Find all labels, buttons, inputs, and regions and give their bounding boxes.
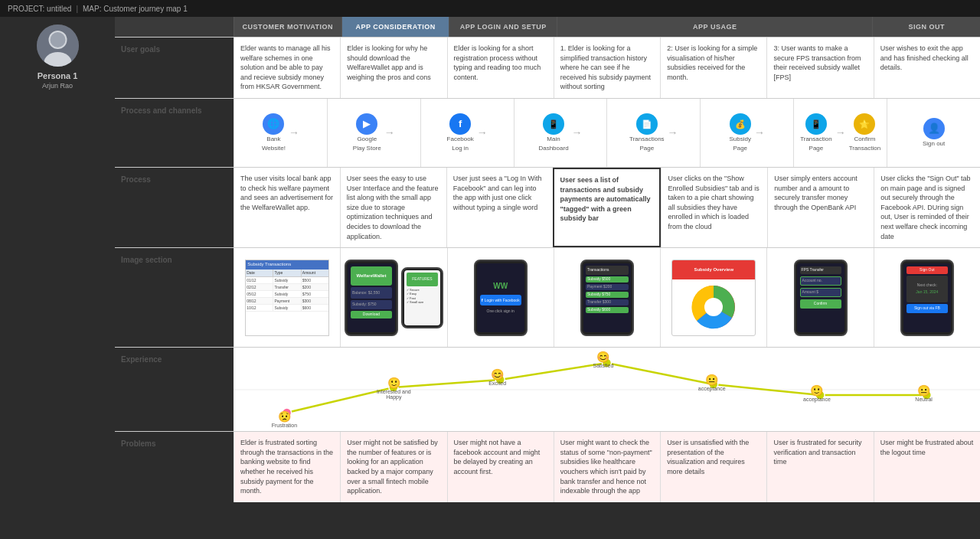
channel-cell-3: f FacebookLog in → (420, 99, 514, 167)
phone-wallet-2: FEATURES ✓ Secure✓ Easy✓ Fast✓ Small siz… (401, 267, 443, 328)
image-cell-2: WelfareWallet Balance: $2,550 Subsidy: $… (340, 248, 446, 347)
cell-ug-4: 1. Elder is looking for a simplified tra… (554, 38, 660, 98)
svg-point-7 (283, 408, 292, 417)
dashboard-icon: 📱 (543, 113, 564, 135)
process-cell-2: User sees the easy to use User Interface… (340, 168, 446, 247)
cell-ug-1: Elder wants to manage all his welfare sc… (234, 38, 340, 98)
svg-point-12 (815, 390, 825, 400)
problems-label: Problems (115, 432, 234, 502)
cell-ug-5: 2: User is looking for a simple visualis… (660, 38, 766, 98)
play-store-icon: ▶ (356, 113, 377, 135)
channel-cell-7: 📱 TransactionPage → ⭐ ConfirmTransaction (793, 99, 887, 167)
image-cell-5: Subsidy Overview (660, 248, 766, 347)
image-cell-3: WW f Login with Facebook One click sign … (447, 248, 554, 347)
image-cell-7: Sign Out Next check: Jan 15, 2024 Sign o… (874, 248, 980, 347)
image-cells: Subsidy Transactions Date Type Amount 01… (234, 248, 980, 347)
process-cell-5: User clicks on the "Show Enrolled Subsid… (661, 168, 767, 247)
main-content[interactable]: CUSTOMER MOTIVATION APP CONSIDERATION AP… (115, 17, 980, 539)
arrow-2: → (384, 126, 395, 141)
channel-cell-4: 📱 MainDashboard → (514, 99, 607, 167)
svg-point-9 (495, 375, 505, 384)
channel-cell-6: 💰 SubsidyPage → (700, 99, 793, 167)
transactions-icon: 📄 (636, 113, 658, 135)
phone-transfer: FPS Transfer Account no. Amount $ Confir… (794, 260, 848, 336)
problem-cell-7: User might be frustrated about the logou… (874, 432, 980, 502)
channel-cell-9: 👤 Sign out (887, 99, 980, 167)
cell-ug-2: Elder is looking for why he should downl… (340, 38, 446, 98)
facebook-icon: f (449, 113, 471, 135)
phase-sign-out: SIGN OUT (872, 17, 980, 37)
user-goals-cells: Elder wants to manage all his welfare sc… (234, 38, 980, 98)
user-goals-label: User goals (115, 38, 234, 98)
avatar (37, 24, 79, 67)
image-cell-6: FPS Transfer Account no. Amount $ Confir… (766, 248, 873, 347)
arrow-4: → (572, 126, 583, 141)
process-cell-4: User sees a list of transactions and sub… (553, 168, 662, 247)
process-channels-cells: 🌐 BankWebsite! → ▶ GooglePlay Store → (234, 99, 980, 167)
process-cell-6: User simply enters account number and a … (767, 168, 874, 247)
image-section-label: Image section (115, 248, 234, 347)
process-channels-label: Process and channels (115, 99, 234, 167)
phase-app-usage: APP USAGE (557, 17, 872, 37)
arrow-1: → (289, 126, 299, 141)
problem-cell-5: User is unsatisfied with the presentatio… (660, 432, 766, 502)
phase-customer-motivation: CUSTOMER MOTIVATION (234, 17, 341, 37)
cell-ug-3: Elder is looking for a short registratio… (447, 38, 554, 98)
phase-app-login: APP LOGIN AND SETUP (449, 17, 557, 37)
phone-signout: Sign Out Next check: Jan 15, 2024 Sign o… (900, 260, 954, 336)
arrow-6: → (754, 126, 765, 141)
process-cell-3: User just sees a "Log In With Facebook" … (446, 168, 553, 247)
phase-app-consideration: APP CONSIDERATION (341, 17, 449, 37)
problem-cell-2: User might not be satisfied by the numbe… (340, 432, 446, 502)
problem-cell-1: Elder is frustrated sorting through the … (234, 432, 340, 502)
problems-cells: Elder is frustrated sorting through the … (234, 432, 980, 502)
process-cell-1: The user visits local bank app to check … (234, 168, 340, 247)
channel-cell-5: 📄 TransactionsPage → (606, 99, 700, 167)
svg-point-3 (50, 32, 65, 47)
arrow-3: → (477, 126, 488, 141)
process-label: Process (115, 168, 234, 247)
image-section-row: Image section Subsidy Transactions Date … (115, 247, 980, 347)
sidebar: Persona 1 Arjun Rao (0, 17, 115, 539)
experience-row: Experience (115, 347, 980, 431)
problem-cell-3: User might not have a facebook account a… (447, 432, 554, 502)
process-cell-7: User clicks the "Sign Out" tab on main p… (874, 168, 980, 247)
problems-row: Problems Elder is frustrated sorting thr… (115, 431, 980, 502)
arrow-7: → (835, 126, 846, 141)
cell-ug-6: 3: User wants to make a secure FPS trans… (766, 38, 873, 98)
channel-cell-1: 🌐 BankWebsite! → (234, 99, 327, 167)
image-cell-1: Subsidy Transactions Date Type Amount 01… (234, 248, 340, 347)
map-label: MAP: Customer journey map 1 (83, 5, 188, 13)
phone-login: WW f Login with Facebook One click sign … (474, 260, 528, 336)
image-cell-4: Transactions Subsidy $500 Payment $200 S… (554, 248, 660, 347)
svg-point-5 (704, 298, 723, 316)
channel-cell-2: ▶ GooglePlay Store → (327, 99, 420, 167)
process-cells: The user visits local bank app to check … (234, 168, 980, 247)
process-row: Process The user visits local bank app t… (115, 167, 980, 247)
subsidy-icon: 💰 (730, 113, 751, 135)
arrow-5: → (668, 126, 678, 141)
svg-point-11 (709, 380, 718, 389)
problem-cell-4: User might want to check the status of s… (554, 432, 660, 502)
problem-cell-6: User is frustrated for security verifica… (766, 432, 873, 502)
persona-label: Persona 1 (38, 71, 78, 80)
top-bar: PROJECT: untitled | MAP: Customer journe… (0, 0, 980, 17)
cell-ug-7: User wishes to exit the app and has fini… (874, 38, 980, 98)
transaction-page-icon: 📱 (805, 113, 827, 135)
bank-icon: 🌐 (263, 113, 284, 135)
svg-point-8 (389, 383, 398, 392)
experience-chart (234, 348, 980, 431)
experience-label: Experience (115, 348, 234, 431)
persona-name: Arjun Rao (42, 82, 73, 90)
signout-icon: 👤 (923, 118, 945, 139)
process-channels-row: Process and channels 🌐 BankWebsite! → (115, 98, 980, 167)
svg-point-10 (603, 358, 612, 368)
user-goals-row: User goals Elder wants to manage all his… (115, 37, 980, 98)
phone-transactions: Transactions Subsidy $500 Payment $200 S… (580, 260, 634, 336)
header-spacer (115, 17, 234, 37)
phone-wallet: WelfareWallet Balance: $2,550 Subsidy: $… (345, 260, 398, 336)
phase-header-row: CUSTOMER MOTIVATION APP CONSIDERATION AP… (115, 17, 980, 37)
confirm-icon: ⭐ (854, 113, 875, 135)
svg-point-13 (922, 390, 931, 400)
project-label: PROJECT: untitled (8, 5, 71, 13)
